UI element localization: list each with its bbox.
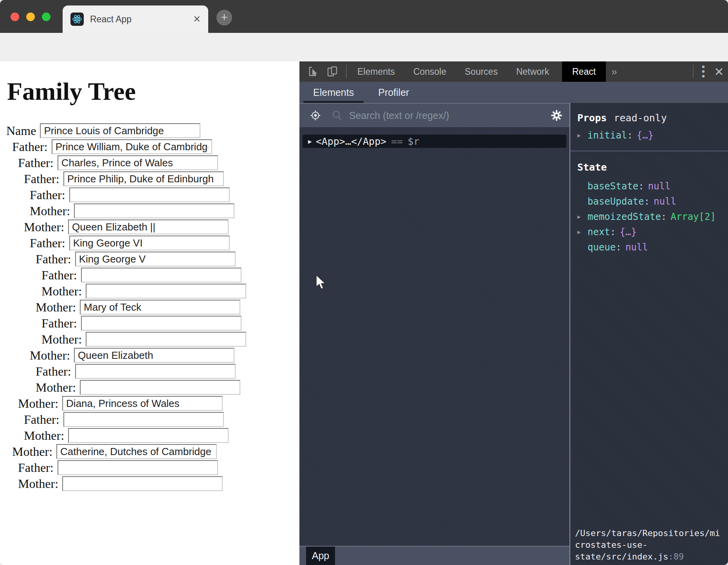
person-name-input[interactable] [58,460,218,475]
react-favicon-icon [70,13,84,26]
component-breadcrumb-bar: App [299,546,569,565]
state-row-memoizedstate[interactable]: ▶ memoizedState: Array[2] [570,209,728,224]
relation-label: Father: [30,188,65,202]
browser-window: React App ✕ + localhost:3000 [0,0,728,565]
person-name-input[interactable] [74,203,234,218]
inspect-element-icon[interactable] [308,66,319,77]
settings-gear-icon[interactable] [551,110,562,121]
person-name-input[interactable] [63,171,224,186]
devtools-tab-sources[interactable]: Sources [461,61,501,82]
family-tree-row: Father: [0,316,299,331]
person-name-input[interactable] [81,268,241,282]
family-tree-row: Father: [0,155,299,170]
expand-triangle-icon[interactable]: ▶ [577,229,587,236]
person-name-input[interactable] [56,444,217,459]
tab-close-icon[interactable]: ✕ [191,13,203,25]
person-name-input[interactable] [68,428,229,443]
person-name-input[interactable] [63,412,224,427]
relation-label: Father: [12,140,48,154]
source-line-number: :89 [668,552,684,561]
expand-triangle-icon[interactable]: ▶ [577,132,587,139]
person-name-input[interactable] [75,364,236,379]
devtools-tab-elements[interactable]: Elements [354,61,398,82]
select-element-target-icon[interactable] [310,110,321,121]
react-devtools-subtabs: Elements Profiler [299,82,728,104]
prop-row-initial[interactable]: ▶ initial: {…} [570,128,728,143]
family-tree-row: Mother: [0,444,299,459]
family-tree-row: Mother: [0,348,299,363]
devtools-tab-network[interactable]: Network [513,61,552,82]
device-toolbar-icon[interactable] [326,66,338,77]
state-row-next[interactable]: ▶ next: {…} [570,224,728,239]
person-name-input[interactable] [62,476,223,491]
person-name-input[interactable] [75,252,236,266]
mouse-cursor [315,275,327,291]
family-tree-row: Father: [0,268,299,282]
search-input[interactable] [348,110,551,122]
relation-label: Mother: [36,380,76,395]
family-tree-row: Mother: [0,220,299,234]
relation-label: Mother: [24,220,64,234]
person-name-input[interactable] [80,300,240,315]
state-section: State baseState: null baseUpdate: null ▶… [570,151,728,255]
family-tree-row: Mother: [0,203,299,218]
props-section: Propsread-only ▶ initial: {…} [570,103,728,151]
family-tree-row: Mother: [0,284,299,299]
equals-sign: == [391,136,403,147]
tree-row-app[interactable]: ▶ <App>…</App> == $r [303,135,566,148]
component-source-path[interactable]: /Users/taras/Repositories/microstates-us… [575,527,720,563]
family-tree-row: Mother: [0,380,299,395]
window-close-button[interactable] [11,13,19,21]
family-tree-row: Mother: [0,396,299,411]
person-name-input[interactable] [52,139,212,154]
family-tree-row: Father: [0,460,299,475]
relation-label: Father: [36,364,71,379]
expand-triangle-icon[interactable]: ▶ [577,213,587,220]
relation-label: Father: [30,236,65,250]
page-content: Family Tree Name Father: Father: Father:… [0,61,299,565]
browser-toolbar: localhost:3000 [0,33,728,62]
person-name-input[interactable] [69,236,230,250]
browser-tab[interactable]: React App ✕ [63,5,208,33]
family-tree-row: Mother: [0,300,299,315]
more-tabs-icon[interactable]: » [611,66,617,78]
devtools-menu-icon[interactable]: ••• [697,65,710,79]
devtools-tab-console[interactable]: Console [410,61,449,82]
person-name-input[interactable] [86,284,246,299]
person-name-input[interactable] [68,220,229,234]
family-tree-row: Father: [0,187,299,202]
family-tree-row: Mother: [0,332,299,347]
person-name-input[interactable] [40,123,200,138]
person-name-input[interactable] [62,396,223,411]
breadcrumb-app-chip[interactable]: App [306,547,335,565]
relation-label: Mother: [12,444,52,459]
component-tree-panel: ▶ <App>…</App> == $r [299,127,569,546]
state-row-baseupdate: baseUpdate: null [570,194,728,209]
props-state-panel: Propsread-only ▶ initial: {…} State base… [569,103,728,565]
person-name-input[interactable] [69,187,230,202]
tab-title: React App [90,14,191,25]
family-tree-row: Name [0,123,299,138]
react-subtab-profiler[interactable]: Profiler [378,82,409,103]
relation-label: Mother: [36,300,76,315]
react-subtab-elements[interactable]: Elements [313,82,354,103]
devtools-close-icon[interactable]: ✕ [710,65,728,79]
person-name-input[interactable] [81,316,241,331]
window-zoom-button[interactable] [42,13,50,21]
page-title: Family Tree [7,77,299,106]
person-name-input[interactable] [86,332,246,347]
devtools-tabbar: Elements Console Sources Network React »… [299,61,728,82]
console-ref: $r [407,136,419,147]
window-minimize-button[interactable] [26,13,35,21]
relation-label: Mother: [18,396,58,411]
person-name-input[interactable] [80,380,240,395]
relation-label: Father: [24,172,59,186]
relation-label: Mother: [41,284,82,299]
relation-label: Father: [36,252,71,266]
person-name-input[interactable] [58,155,218,170]
search-icon [331,110,343,121]
new-tab-button[interactable]: + [216,10,232,25]
person-name-input[interactable] [74,348,234,363]
expand-triangle-icon[interactable]: ▶ [308,138,312,145]
devtools-tab-react[interactable]: React [562,61,606,82]
